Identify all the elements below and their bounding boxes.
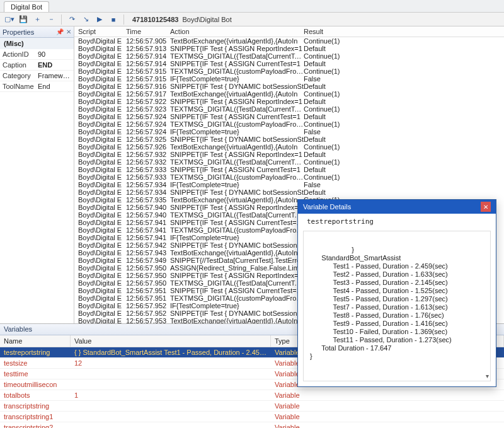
separator <box>61 14 62 25</box>
trace-action: ASSIGN{Redirect_String_False.False.Limit <box>170 264 304 272</box>
trace-script: Boyd\Digital E <box>78 234 126 241</box>
variable-row[interactable]: transcriptstringVariable <box>0 401 504 412</box>
trace-row[interactable]: Boyd\Digital E12:56:57.934IF{TestComplet… <box>78 181 500 188</box>
trace-result: Default <box>304 45 500 52</box>
trace-row[interactable]: Boyd\Digital E12:56:57.905TextBotExchang… <box>78 37 500 45</box>
property-row[interactable]: ToolNameEnd <box>0 81 74 92</box>
trace-time: 12:56:57.926 <box>126 143 170 151</box>
trace-script: Boyd\Digital E <box>78 294 126 302</box>
trace-action: SNIPPET{IF Test { ASSIGN CurrentTest=1 <box>170 166 304 173</box>
trace-row[interactable]: Boyd\Digital E12:56:57.917TextBotExchang… <box>78 90 500 98</box>
trace-row[interactable]: Boyd\Digital E12:56:57.924TEXTMSG_DIGITA… <box>78 120 500 128</box>
trace-row[interactable]: Boyd\Digital E12:56:57.914SNIPPET{IF Tes… <box>78 60 500 67</box>
property-value: Framework\Genera <box>35 71 74 81</box>
trace-time: 12:56:57.942 <box>126 241 170 249</box>
trace-script: Boyd\Digital E <box>78 317 126 323</box>
variable-details-popup[interactable]: Variable Details ✕ testreportstring } St… <box>297 199 496 387</box>
trace-row[interactable]: Boyd\Digital E12:56:57.926TextBotExchang… <box>78 143 500 151</box>
property-row[interactable]: CaptionEND <box>0 60 74 71</box>
step-over-button[interactable]: ↷ <box>66 14 77 25</box>
property-key: ToolName <box>0 81 35 91</box>
trace-action: SNIPPET{IF Test { ASSIGN ReportIndex=1 <box>170 204 304 211</box>
trace-script: Boyd\Digital E <box>78 143 126 151</box>
document-tab[interactable]: Digital Bot <box>4 1 49 12</box>
popup-body[interactable]: } StandardBot_SmartAssist Test1 - Passed… <box>303 231 491 381</box>
popup-header[interactable]: Variable Details ✕ <box>298 200 496 214</box>
col-action[interactable]: Action <box>170 28 304 35</box>
variable-row[interactable]: transcriptstring2Variable <box>0 422 504 428</box>
trace-action: SNIPPET{IF Test { ASSIGN CurrentTest=1 <box>170 60 304 67</box>
trace-row[interactable]: Boyd\Digital E12:56:57.932TEXTMSG_DIGITA… <box>78 158 500 166</box>
trace-action: TEXTMSG_DIGITAL({customPayloadFromB <box>170 226 304 234</box>
trace-action: TextBotExchange({virtualAgentId},{AutoIn <box>170 143 304 151</box>
trace-row[interactable]: Boyd\Digital E12:56:57.923TEXTMSG_DIGITA… <box>78 105 500 113</box>
trace-result: Continue(1) <box>304 37 500 45</box>
remove-button[interactable]: － <box>45 14 57 25</box>
trace-time: 12:56:57.952 <box>126 309 170 317</box>
trace-result: Default <box>304 113 500 120</box>
trace-row[interactable]: Boyd\Digital E12:56:57.915TEXTMSG_DIGITA… <box>78 67 500 75</box>
popup-title: Variable Details <box>303 203 351 211</box>
col-time[interactable]: Time <box>126 28 170 35</box>
trace-script: Boyd\Digital E <box>78 52 126 60</box>
trace-row[interactable]: Boyd\Digital E12:56:57.914TEXTMSG_DIGITA… <box>78 52 500 60</box>
trace-time: 12:56:57.923 <box>126 105 170 113</box>
trace-script: Boyd\Digital E <box>78 128 126 136</box>
trace-row[interactable]: Boyd\Digital E12:56:57.913SNIPPET{IF Tes… <box>78 45 500 52</box>
col-result[interactable]: Result <box>304 28 500 35</box>
var-name: testreportstring <box>0 347 71 357</box>
trace-script: Boyd\Digital E <box>78 302 126 309</box>
trace-script: Boyd\Digital E <box>78 113 126 120</box>
save-button[interactable]: 💾 <box>18 14 29 25</box>
trace-script: Boyd\Digital E <box>78 181 126 188</box>
var-type: Variable <box>271 401 504 411</box>
trace-row[interactable]: Boyd\Digital E12:56:57.924SNIPPET{IF Tes… <box>78 113 500 120</box>
run-button[interactable]: ▶ <box>94 14 105 25</box>
stop-button[interactable]: ■ <box>108 14 119 25</box>
trace-script: Boyd\Digital E <box>78 158 126 166</box>
col-value[interactable]: Value <box>71 335 271 347</box>
col-script[interactable]: Script <box>78 28 126 35</box>
trace-result: Continue(1) <box>304 158 500 166</box>
trace-row[interactable]: Boyd\Digital E12:56:57.933TEXTMSG_DIGITA… <box>78 173 500 181</box>
trace-row[interactable]: Boyd\Digital E12:56:57.916SNIPPET{IF Tes… <box>78 83 500 90</box>
step-into-button[interactable]: ↘ <box>80 14 91 25</box>
breadcrumb: 471810125483 Boyd\Digital Bot <box>132 16 232 23</box>
variable-row[interactable]: totalbots1Variable <box>0 390 504 401</box>
trace-time: 12:56:57.953 <box>126 317 170 323</box>
trace-time: 12:56:57.951 <box>126 287 170 294</box>
trace-row[interactable]: Boyd\Digital E12:56:57.924IF{TestComplet… <box>78 128 500 136</box>
close-icon[interactable]: ✕ <box>66 28 71 35</box>
trace-row[interactable]: Boyd\Digital E12:56:57.915IF{TestComplet… <box>78 75 500 83</box>
trace-action: TextBotExchange({virtualAgentId},{AutoIn <box>170 317 304 323</box>
col-name[interactable]: Name <box>0 335 71 347</box>
new-dropdown-button[interactable]: ▢▾ <box>4 14 15 25</box>
property-row[interactable]: ActionID90 <box>0 49 74 60</box>
trace-row[interactable]: Boyd\Digital E12:56:57.933SNIPPET{IF Tes… <box>78 166 500 173</box>
variable-row[interactable]: transcriptstring1Variable <box>0 412 504 422</box>
popup-var-name: testreportstring <box>298 214 496 226</box>
trace-action: SNIPPET{IF Test { ASSIGN ReportIndex=1 <box>170 45 304 52</box>
trace-time: 12:56:57.905 <box>126 37 170 45</box>
property-group[interactable]: (Misc) <box>0 38 74 49</box>
chevron-down-icon[interactable]: ▾ <box>486 373 489 379</box>
var-type: Variable <box>271 390 504 400</box>
trace-row[interactable]: Boyd\Digital E12:56:57.922SNIPPET{IF Tes… <box>78 98 500 105</box>
trace-action: IF{TestComplete=true} <box>170 181 304 188</box>
trace-script: Boyd\Digital E <box>78 279 126 287</box>
pin-icon[interactable]: 📌 <box>56 28 64 35</box>
trace-result: False <box>304 75 500 83</box>
trace-script: Boyd\Digital E <box>78 75 126 83</box>
add-button[interactable]: ＋ <box>32 14 43 25</box>
trace-script: Boyd\Digital E <box>78 241 126 249</box>
property-row[interactable]: CategoryFramework\Genera <box>0 71 74 81</box>
popup-close-button[interactable]: ✕ <box>481 202 491 212</box>
trace-row[interactable]: Boyd\Digital E12:56:57.934SNIPPET{IF Tes… <box>78 188 500 196</box>
trace-row[interactable]: Boyd\Digital E12:56:57.925SNIPPET{IF Tes… <box>78 136 500 143</box>
trace-result: Default <box>304 98 500 105</box>
trace-action: TEXTMSG_DIGITAL({TestData[CurrentTest] <box>170 158 304 166</box>
trace-script: Boyd\Digital E <box>78 98 126 105</box>
property-value: End <box>35 81 74 91</box>
trace-action: TEXTMSG_DIGITAL({TestData[CurrentTest] <box>170 52 304 60</box>
trace-row[interactable]: Boyd\Digital E12:56:57.932SNIPPET{IF Tes… <box>78 151 500 158</box>
